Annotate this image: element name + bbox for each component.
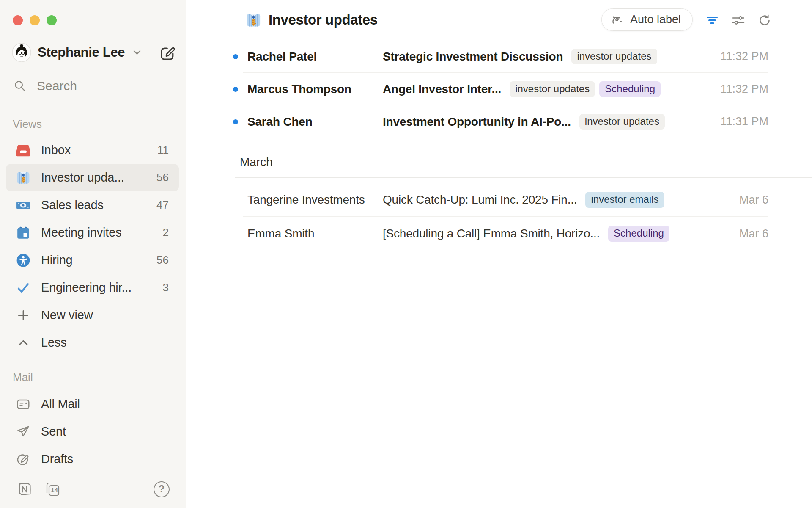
email-tags: investor emails [585,192,664,208]
notion-calendar-button[interactable]: 14 [44,481,61,498]
email-tags: investor updates [571,49,657,65]
all-mail-icon [16,397,30,411]
email-time: 11:32 PM [712,83,768,96]
filter-button[interactable] [705,13,719,28]
mail-section-label: Mail [13,371,33,384]
month-label: March [240,155,273,169]
email-subject: Strategic Investment Discussion [383,50,563,64]
email-time: Mar 6 [731,227,768,240]
label-tag[interactable]: investor updates [579,114,665,130]
less-label: Less [41,336,66,350]
sidebar-item-meeting-invites[interactable]: Meeting invites 2 [6,219,179,246]
chevron-up-icon [16,336,30,350]
unread-count: 56 [156,171,169,184]
email-subject: Angel Investor Inter... [383,83,501,96]
email-sender: Tangerine Investments [247,193,383,207]
label-tag[interactable]: investor updates [571,49,657,65]
email-row[interactable]: Sarah Chen Investment Opportunity in AI-… [231,105,768,138]
sidebar-item-label: Engineering hir... [41,281,132,295]
sidebar-item-drafts[interactable]: Drafts [6,445,179,473]
zoom-window-button[interactable] [47,15,57,25]
inbox-tray-icon [16,143,30,157]
email-sender: Emma Smith [247,227,383,240]
sidebar-item-label: Hiring [41,253,73,267]
email-sender: Sarah Chen [247,115,383,129]
close-window-button[interactable] [13,15,23,25]
pencil-circle-icon [16,452,30,467]
list-toolbar [705,13,772,28]
email-row[interactable]: Tangerine Investments Quick Catch-Up: Lu… [231,178,768,217]
email-list: Rachel Patel Strategic Investment Discus… [231,40,768,251]
sidebar-item-label: Meeting invites [41,226,121,240]
unread-count: 47 [156,199,169,212]
email-row[interactable]: Marcus Thompson Angel Investor Inter... … [231,73,768,105]
plus-icon [16,308,30,323]
sidebar-item-label: Investor upda... [41,171,124,185]
filter-icon [705,13,719,28]
sidebar-bottom-bar: 14 ? [16,470,170,508]
email-tags: Scheduling [608,226,669,242]
auto-label-text: Auto label [630,13,681,26]
chevron-down-icon [132,47,143,58]
label-tag[interactable]: Scheduling [608,226,669,242]
search-input[interactable]: Search [14,79,77,93]
window-controls [13,15,57,25]
email-subject: Investment Opportunity in AI-Po... [383,115,571,129]
email-subject: [Scheduling a Call] Emma Smith, Horizo..… [383,227,600,240]
label-tag[interactable]: investor updates [510,81,595,97]
auto-label-button[interactable]: Auto label [601,8,693,31]
unread-dot [233,87,238,92]
sidebar-item-inbox[interactable]: Inbox 11 [6,136,179,164]
email-time: Mar 6 [731,193,768,207]
label-tag[interactable]: investor emails [585,192,664,208]
notion-app-button[interactable] [16,481,33,498]
unread-count: 3 [163,281,169,294]
sidebar-item-label: Sales leads [41,198,104,212]
banknote-icon [16,198,30,213]
sidebar-item-all-mail[interactable]: All Mail [6,390,179,418]
less-button[interactable]: Less [6,329,179,356]
help-button[interactable]: ? [154,481,170,497]
new-view-button[interactable]: New view [6,301,179,329]
new-view-label: New view [41,308,93,322]
minimize-window-button[interactable] [30,15,40,25]
checkmark-icon [16,281,30,295]
label-tag[interactable]: Scheduling [599,81,661,97]
accessibility-icon [16,253,30,268]
search-placeholder: Search [37,79,77,93]
email-list-panel: Investor updates Auto label [186,0,812,508]
sidebar: Stephanie Lee Search Views [0,0,186,508]
user-avatar [12,43,31,62]
notion-logo-icon [16,481,33,498]
sidebar-item-engineering-hiring[interactable]: Engineering hir... 3 [6,274,179,301]
page-title: Investor updates [269,12,378,28]
compose-button[interactable] [159,45,176,62]
unread-dot [233,54,238,59]
sidebar-item-hiring[interactable]: Hiring 56 [6,246,179,274]
sidebar-item-label: Drafts [41,452,73,466]
calendar-day-number: 14 [49,486,59,494]
mail-list: All Mail Sent Drafts [6,390,179,473]
search-icon [14,80,26,92]
sliders-icon [731,13,746,28]
calendar-icon [16,226,30,240]
sidebar-item-sales-leads[interactable]: Sales leads 47 [6,191,179,219]
email-tags: investor updates Scheduling [510,81,661,97]
email-tags: investor updates [579,114,665,130]
paper-plane-icon [16,425,30,439]
email-subject: Quick Catch-Up: Lumi Inc. 2025 Fin... [383,193,577,207]
display-settings-button[interactable] [731,13,746,28]
sidebar-item-investor-updates[interactable]: Investor upda... 56 [6,164,179,191]
sidebar-item-label: Sent [41,425,66,439]
views-list: Inbox 11 Investor upda... 56 [6,136,179,356]
unread-count: 2 [163,226,169,239]
account-switcher[interactable]: Stephanie Lee [12,43,143,62]
email-sender: Marcus Thompson [247,83,383,96]
email-row[interactable]: Rachel Patel Strategic Investment Discus… [231,40,768,73]
compose-icon [159,45,176,62]
month-section-header: March [231,138,768,178]
refresh-button[interactable] [757,13,772,28]
email-row[interactable]: Emma Smith [Scheduling a Call] Emma Smit… [231,217,768,251]
refresh-icon [757,13,772,28]
sidebar-item-sent[interactable]: Sent [6,418,179,445]
